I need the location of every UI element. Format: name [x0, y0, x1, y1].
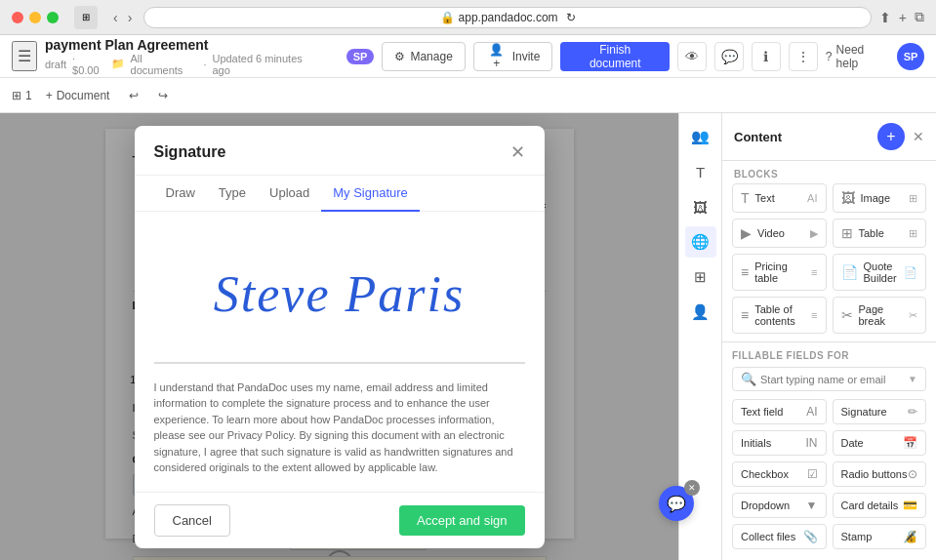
radio-field-icon: ⊙ [908, 467, 917, 481]
doc-status: draft [45, 59, 66, 70]
doc-price: · $0.00 [72, 53, 105, 76]
block-pagebreak[interactable]: ✂ Page break ✂ [833, 297, 927, 334]
image-sidebar-btn[interactable]: 🖼 [685, 191, 716, 222]
dropdown-field-icon: ▼ [806, 499, 818, 512]
close-chat-button[interactable]: ✕ [684, 480, 700, 496]
help-icon: ? [826, 50, 833, 63]
field-initials[interactable]: Initials IN [732, 430, 827, 456]
block-quote[interactable]: 📄 Quote Builder 📄 [833, 254, 927, 291]
right-panel: Content + ✕ BLOCKS T Text AI 🖼 Image ⊞ ▶… [721, 113, 936, 560]
pagebreak-block-icon: ✂ [841, 307, 853, 323]
finish-document-button[interactable]: Finish document [560, 42, 670, 71]
grid-sidebar-btn[interactable]: ⊞ [685, 261, 716, 293]
browser-tabs: ⊞ [74, 6, 98, 29]
person-sidebar-btn[interactable]: 👤 [685, 297, 716, 328]
invite-button[interactable]: 👤+ Invite [473, 42, 553, 71]
signature-field-icon: ✏ [908, 405, 917, 419]
field-card-label: Card details [841, 500, 899, 511]
tab-draw[interactable]: Draw [154, 176, 207, 212]
field-checkbox[interactable]: Checkbox ☑ [732, 461, 827, 487]
chat-button[interactable]: 💬 [714, 42, 744, 71]
search-icon: 🔍 [741, 372, 756, 386]
modal-close-button[interactable]: ✕ [510, 141, 525, 163]
block-table[interactable]: ⊞ Table ⊞ [833, 219, 927, 248]
cancel-button[interactable]: Cancel [154, 504, 230, 537]
nav-arrows: ‹ › [109, 8, 136, 27]
signature-preview: Steve Paris [214, 265, 465, 323]
eye-button[interactable]: 👁 [677, 42, 707, 71]
doc-title: payment Plan Agreement [45, 37, 323, 53]
user-avatar[interactable]: SP [897, 43, 924, 70]
signature-modal: Signature ✕ Draw Type Upload My Signatur… [135, 126, 545, 548]
accept-sign-button[interactable]: Accept and sign [399, 505, 525, 536]
block-pricing[interactable]: ≡ Pricing table ≡ [732, 254, 827, 291]
image-format-icon: ⊞ [909, 192, 917, 205]
block-text[interactable]: T Text AI [732, 183, 827, 213]
modal-overlay: Signature ✕ Draw Type Upload My Signatur… [0, 113, 678, 560]
sp-badge: SP [346, 49, 375, 64]
refresh-icon: ↻ [566, 11, 576, 24]
add-content-button[interactable]: + [877, 123, 905, 150]
doc-separator: · [203, 59, 206, 70]
manage-button[interactable]: ⚙ Manage [382, 42, 465, 71]
windows-icon[interactable]: ⧉ [915, 9, 924, 25]
info-button[interactable]: ℹ [752, 42, 781, 71]
invite-icon: 👤+ [486, 43, 508, 70]
undo-button[interactable]: ↩ [123, 87, 144, 104]
help-button[interactable]: ? Need help [826, 43, 889, 70]
video-format-icon: ▶ [810, 227, 818, 240]
text-sidebar-btn[interactable]: T [685, 156, 716, 187]
toc-format-icon: ≡ [811, 309, 817, 321]
field-text[interactable]: Text field AI [732, 399, 827, 424]
back-button[interactable]: ‹ [109, 8, 122, 27]
block-toc[interactable]: ≡ Table of contents ≡ [732, 297, 827, 334]
redo-button[interactable]: ↪ [152, 87, 174, 104]
pricing-format-icon: ≡ [811, 266, 817, 278]
panel-title: Content [734, 130, 782, 144]
right-panel-header: Content + ✕ [722, 113, 936, 161]
field-files[interactable]: Collect files 📎 [732, 524, 827, 549]
field-signature[interactable]: Signature ✏ [833, 399, 927, 424]
field-stamp-label: Stamp [841, 531, 873, 542]
field-dropdown[interactable]: Dropdown ▼ [732, 493, 827, 518]
block-video-label: Video [757, 227, 785, 239]
image-block-icon: 🖼 [841, 190, 855, 206]
table-format-icon: ⊞ [909, 227, 917, 240]
pages-icon: ⊞ [12, 89, 21, 102]
block-pagebreak-label: Page break [859, 303, 904, 327]
field-date-label: Date [841, 437, 864, 449]
new-tab-icon[interactable]: + [899, 10, 907, 25]
modal-disclaimer: I understand that PandaDoc uses my name,… [135, 372, 545, 492]
field-stamp[interactable]: Stamp 🔏 [833, 524, 927, 549]
modal-tabs: Draw Type Upload My Signature [135, 176, 545, 212]
doc-folder-icon: 📁 [111, 58, 125, 70]
tab-my-signature[interactable]: My Signature [321, 176, 420, 212]
block-video[interactable]: ▶ Video ▶ [732, 219, 827, 248]
globe-sidebar-btn[interactable]: 🌐 [685, 226, 716, 258]
modal-header: Signature ✕ [135, 126, 545, 176]
tab-upload[interactable]: Upload [258, 176, 321, 212]
document-button[interactable]: + Document [40, 87, 116, 104]
block-pricing-label: Pricing table [754, 260, 805, 284]
address-bar[interactable]: 🔒 app.pandadoc.com ↻ [143, 7, 871, 28]
menu-button[interactable]: ☰ [12, 41, 37, 71]
field-date[interactable]: Date 📅 [833, 430, 927, 456]
traffic-light-red[interactable] [12, 12, 23, 23]
users-sidebar-btn[interactable]: 👥 [685, 121, 716, 152]
search-dropdown-icon: ▼ [908, 374, 917, 384]
traffic-light-yellow[interactable] [29, 12, 41, 23]
traffic-light-green[interactable] [47, 12, 59, 23]
block-image[interactable]: 🖼 Image ⊞ [833, 183, 927, 213]
field-radio[interactable]: Radio buttons ⊙ [833, 461, 927, 487]
close-panel-button[interactable]: ✕ [913, 129, 924, 144]
field-card[interactable]: Card details 💳 [833, 493, 927, 518]
doc-meta: draft · $0.00 📁 All documents · Updated … [45, 53, 323, 76]
forward-button[interactable]: › [124, 8, 137, 27]
block-image-label: Image [861, 192, 891, 204]
search-input[interactable] [760, 374, 904, 385]
more-button[interactable]: ⋮ [789, 42, 818, 71]
share-icon[interactable]: ⬆ [879, 10, 891, 25]
chat-bubble-button[interactable]: 💬 ✕ [659, 486, 694, 521]
main-layout: Pricing = Terms and Conditions I agree t… [0, 113, 936, 560]
tab-type[interactable]: Type [207, 176, 258, 212]
